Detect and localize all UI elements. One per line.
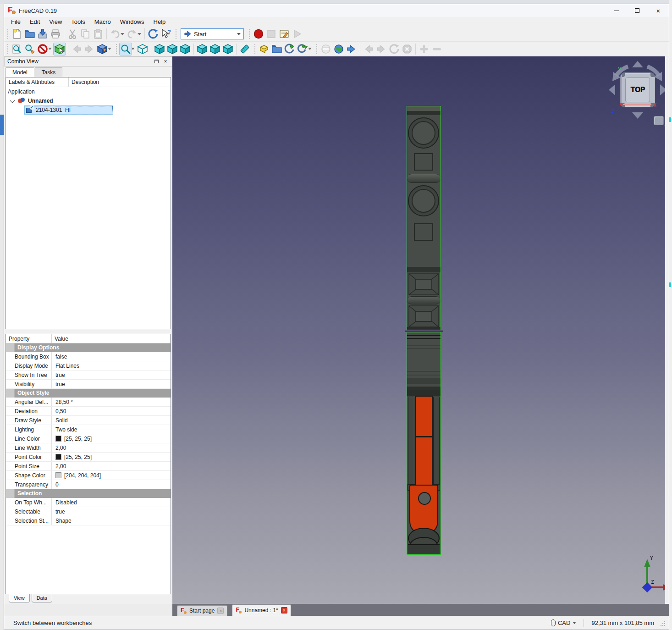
part-3d-model[interactable] bbox=[407, 106, 441, 555]
property-row-show-in-tree[interactable]: Show In Treetrue bbox=[6, 370, 171, 380]
edit-mode-icon[interactable] bbox=[53, 43, 66, 55]
property-row-visibility[interactable]: Visibilitytrue bbox=[6, 380, 171, 389]
browser-refresh-icon[interactable] bbox=[388, 43, 401, 55]
property-row-draw-style[interactable]: Draw StyleSolid bbox=[6, 416, 171, 425]
menu-windows[interactable]: Windows bbox=[116, 17, 149, 26]
paste-icon[interactable] bbox=[92, 28, 105, 40]
property-row-line-width[interactable]: Line Width2,00 bbox=[6, 443, 171, 453]
tree-item-label[interactable]: 2104-1301_HI bbox=[36, 107, 71, 113]
minimize-button[interactable] bbox=[606, 4, 627, 17]
tab-start-page-label[interactable]: Start page bbox=[189, 608, 215, 614]
tab-start-page[interactable]: F Start page × bbox=[177, 605, 227, 616]
panel-close-button[interactable]: × bbox=[162, 58, 169, 65]
property-row-selectable[interactable]: Selectabletrue bbox=[6, 507, 171, 516]
toolbar-grip[interactable] bbox=[315, 44, 318, 54]
make-external-link-icon[interactable] bbox=[296, 43, 309, 55]
navigation-style-selector[interactable]: CAD bbox=[546, 619, 581, 626]
tab-data[interactable]: Data bbox=[32, 594, 52, 602]
tab-close-icon[interactable]: × bbox=[217, 608, 224, 614]
browser-forward-icon[interactable] bbox=[375, 43, 388, 55]
toolbar-grip[interactable] bbox=[115, 44, 118, 54]
browser-back-icon[interactable] bbox=[362, 43, 375, 55]
view-rear-icon[interactable] bbox=[196, 43, 209, 55]
3d-viewport[interactable]: TOP Y Z X bbox=[172, 56, 665, 604]
close-button[interactable]: × bbox=[648, 4, 669, 17]
property-row-display-mode[interactable]: Display ModeFlat Lines bbox=[6, 361, 171, 370]
toolbar-grip[interactable] bbox=[253, 44, 256, 54]
undo-icon[interactable] bbox=[109, 28, 121, 40]
tab-unnamed-label[interactable]: Unnamed : 1* bbox=[244, 607, 278, 613]
create-group-icon[interactable] bbox=[270, 43, 283, 55]
property-row-deviation[interactable]: Deviation0,50 bbox=[6, 407, 171, 416]
toolbar-grip[interactable] bbox=[175, 29, 177, 39]
browser-go-icon[interactable] bbox=[345, 43, 358, 55]
nav-forward-icon[interactable] bbox=[83, 43, 96, 55]
zoom-tool-icon[interactable] bbox=[119, 43, 132, 55]
menu-view[interactable]: View bbox=[45, 17, 66, 26]
macro-play-icon[interactable] bbox=[291, 28, 303, 40]
toolbar-grip[interactable] bbox=[6, 44, 9, 54]
fit-all-icon[interactable] bbox=[11, 43, 23, 55]
part-upper-body[interactable] bbox=[407, 106, 441, 330]
make-link-icon[interactable] bbox=[283, 43, 296, 55]
navcube-face-label[interactable]: TOP bbox=[631, 86, 645, 94]
view-right-icon[interactable] bbox=[179, 43, 192, 55]
property-group-object-style[interactable]: Object Style bbox=[6, 389, 171, 398]
menu-macro[interactable]: Macro bbox=[90, 17, 115, 26]
menu-file[interactable]: File bbox=[7, 17, 25, 26]
tab-tasks[interactable]: Tasks bbox=[35, 67, 63, 77]
view-top-icon[interactable] bbox=[166, 43, 179, 55]
property-group-selection[interactable]: Selection bbox=[6, 489, 171, 498]
new-document-icon[interactable] bbox=[11, 28, 23, 40]
property-row-point-size[interactable]: Point Size2,00 bbox=[6, 462, 171, 471]
tab-model[interactable]: Model bbox=[6, 67, 34, 77]
property-row-selection-st[interactable]: Selection St...Shape bbox=[6, 516, 171, 525]
panel-float-button[interactable] bbox=[153, 58, 160, 65]
tree-column-labels[interactable]: Labels & Attributes bbox=[6, 77, 69, 87]
open-file-icon[interactable] bbox=[23, 28, 36, 40]
view-left-icon[interactable] bbox=[221, 43, 234, 55]
dock-splitter[interactable] bbox=[4, 329, 172, 334]
tree-selected-item[interactable]: ✓ 2104-1301_HI bbox=[24, 105, 113, 115]
value-column-header[interactable]: Value bbox=[52, 334, 171, 343]
property-row-line-color[interactable]: Line Color[25, 25, 25] bbox=[6, 434, 171, 443]
tree-column-description[interactable]: Description bbox=[69, 77, 113, 87]
tab-close-icon[interactable]: × bbox=[281, 607, 287, 613]
view-bottom-icon[interactable] bbox=[209, 43, 221, 55]
measure-distance-icon[interactable] bbox=[238, 43, 251, 55]
macro-edit-icon[interactable] bbox=[278, 28, 291, 40]
tree-root-application[interactable]: Application bbox=[6, 87, 171, 96]
tab-unnamed-document[interactable]: F Unnamed : 1* × bbox=[232, 604, 291, 616]
toolbar-grip[interactable] bbox=[248, 29, 251, 39]
tree-expander-icon[interactable] bbox=[10, 98, 15, 103]
print-icon[interactable] bbox=[49, 28, 62, 40]
menu-tools[interactable]: Tools bbox=[67, 17, 89, 26]
property-row-bounding-box[interactable]: Bounding Boxfalse bbox=[6, 352, 171, 361]
workbench-selector[interactable]: Start bbox=[181, 28, 244, 39]
navigation-cube[interactable]: TOP Y Z X bbox=[608, 60, 665, 120]
zoom-in-icon[interactable] bbox=[418, 43, 430, 55]
create-part-icon[interactable] bbox=[258, 43, 270, 55]
zoom-out-icon[interactable] bbox=[430, 43, 443, 55]
navcube-top-face[interactable]: TOP bbox=[620, 72, 655, 107]
maximize-button[interactable] bbox=[627, 4, 648, 17]
property-row-lighting[interactable]: LightingTwo side bbox=[6, 425, 171, 434]
tree-document-label[interactable]: Unnamed bbox=[28, 98, 53, 104]
macro-record-icon[interactable] bbox=[252, 28, 265, 40]
toolbar-grip[interactable] bbox=[6, 29, 9, 39]
property-row-point-color[interactable]: Point Color[25, 25, 25] bbox=[6, 453, 171, 462]
part-lower-body[interactable] bbox=[407, 332, 441, 555]
navigation-style-value[interactable]: CAD bbox=[558, 619, 570, 626]
axonometric-view-icon[interactable] bbox=[136, 43, 149, 55]
navcube-mini-cube-icon[interactable] bbox=[654, 116, 664, 125]
tree-document-row[interactable]: Unnamed bbox=[6, 96, 171, 105]
tab-view[interactable]: View bbox=[9, 594, 30, 602]
web-page-icon[interactable] bbox=[319, 43, 332, 55]
property-row-shape-color[interactable]: Shape Color[204, 204, 204] bbox=[6, 471, 171, 480]
fit-selection-icon[interactable] bbox=[23, 43, 36, 55]
save-icon[interactable] bbox=[36, 28, 49, 40]
whats-this-icon[interactable]: ? bbox=[160, 28, 172, 40]
resize-grip[interactable] bbox=[660, 620, 665, 626]
macro-stop-icon[interactable] bbox=[265, 28, 278, 40]
view-front-icon[interactable] bbox=[153, 43, 166, 55]
